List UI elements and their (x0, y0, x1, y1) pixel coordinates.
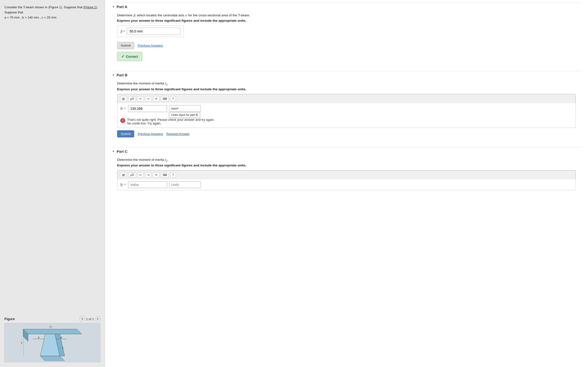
part-b-instruction: Determine the moment of inertia Ix. (117, 82, 576, 86)
part-c-body: Determine the moment of inertia Iy. Expr… (112, 155, 581, 198)
part-b-value-input[interactable] (128, 105, 167, 112)
part-b-math-toolbar: ⊞ μÅ ↩ ↪ ↺ ⌨ (117, 94, 576, 103)
part-b-error: ! That's not quite right. Please check y… (117, 116, 576, 128)
help-icon: ? (172, 97, 174, 101)
variables-text: Suppose that a = 70 mm , b = 140 mm , c … (4, 10, 57, 19)
part-b-request-answer-button[interactable]: Request Answer (166, 132, 190, 136)
part-c-keyboard-button[interactable]: ⌨ (161, 172, 169, 178)
part-a-triangle: ▼ (112, 5, 115, 8)
right-panel: ▼ Part A Determine ȳ, which locates the … (105, 0, 588, 367)
help-button[interactable]: ? (170, 96, 176, 102)
undo-icon: ↩ (139, 97, 142, 101)
part-c-help-button[interactable]: ? (170, 172, 176, 178)
part-a-input-container: ȳ = (117, 25, 184, 37)
part-a-button-row: Submit Previous Answers (117, 42, 576, 49)
part-c-units-input[interactable] (169, 181, 201, 188)
part-a-section: ▼ Part A Determine ȳ, which locates the … (112, 0, 581, 66)
part-b-body: Determine the moment of inertia Ix. Expr… (112, 79, 581, 142)
part-a-previous-answers-button[interactable]: Previous Answers (138, 44, 163, 47)
svg-text:y: y (51, 325, 52, 328)
part-a-body: Determine ȳ, which locates the centroida… (112, 11, 581, 66)
figure-header: Figure < 1 of 1 > (4, 316, 100, 322)
part-c-matrix-icon: ⊞ (122, 173, 125, 177)
part-a-header[interactable]: ▼ Part A (112, 2, 581, 11)
part-a-instruction: Determine ȳ, which locates the centroida… (117, 13, 576, 17)
part-c-redo-button[interactable]: ↪ (145, 172, 152, 178)
part-c-section: ▼ Part C Determine the moment of inertia… (112, 145, 581, 198)
part-b-math-container: ⊞ μÅ ↩ ↪ ↺ ⌨ (117, 94, 576, 128)
variable-values: a = 70 mm , b = 140 mm , c = 20 mm (4, 16, 57, 19)
refresh-icon: ↺ (155, 97, 157, 101)
part-a-submit-button[interactable]: Submit (117, 42, 134, 49)
left-panel: Consider the T-beam shown in (Figure 1).… (0, 0, 105, 367)
svg-marker-0 (23, 329, 82, 334)
figure-prev-button[interactable]: < (80, 316, 85, 322)
mu-button[interactable]: μÅ (128, 96, 136, 102)
part-b-input-label: Ix = (120, 107, 126, 111)
correct-label: Correct (126, 55, 138, 59)
keyboard-icon: ⌨ (163, 97, 167, 101)
part-c-keyboard-icon: ⌨ (163, 173, 167, 177)
problem-statement: Consider the T-beam shown in (Figure 1).… (4, 5, 82, 9)
matrix-icon: ⊞ (122, 97, 125, 101)
part-c-label: Part C (117, 149, 127, 153)
part-a-instruction-bold: Express your answer to three significant… (117, 19, 576, 22)
error-icon: ! (120, 118, 125, 123)
part-c-header[interactable]: ▼ Part C (112, 147, 581, 155)
part-b-label: Part B (117, 73, 127, 77)
figure-title: Figure (4, 317, 15, 321)
part-c-refresh-icon: ↺ (155, 173, 157, 177)
error-detail: No credit lost. Try again. (127, 122, 161, 125)
redo-button[interactable]: ↪ (145, 96, 152, 102)
tbeam-diagram: a a c y ȳ (9, 324, 96, 361)
part-a-answer-label: ȳ = (120, 29, 125, 33)
keyboard-button[interactable]: ⌨ (161, 96, 169, 102)
figure-image: a a c y ȳ (4, 323, 100, 362)
part-c-instruction-bold: Express your answer to three significant… (117, 163, 576, 167)
part-c-redo-icon: ↪ (147, 173, 150, 177)
problem-text: Consider the T-beam shown in (Figure 1).… (4, 5, 100, 20)
svg-text:c: c (62, 346, 64, 349)
mu-label: μÅ (130, 97, 134, 101)
part-c-matrix-button[interactable]: ⊞ (120, 172, 127, 178)
part-b-submit-button[interactable]: Submit (117, 130, 134, 137)
figure-section: Figure < 1 of 1 > (4, 316, 100, 362)
error-text: That's not quite right. Please check you… (127, 118, 215, 125)
part-c-refresh-button[interactable]: ↺ (153, 172, 159, 178)
svg-text:ȳ: ȳ (20, 341, 23, 345)
part-b-units-input[interactable] (169, 105, 201, 112)
part-c-input-row: Iy = (117, 179, 576, 190)
part-a-label: Part A (117, 5, 127, 9)
svg-text:a: a (38, 335, 40, 339)
part-b-units-container: Units input for part B (169, 105, 201, 112)
part-b-input-row: Ix = Units input for part B (117, 103, 576, 114)
part-b-triangle: ▼ (112, 74, 115, 76)
svg-text:a: a (61, 335, 62, 339)
error-message: That's not quite right. Please check you… (127, 118, 215, 122)
part-c-help-icon: ? (172, 173, 174, 177)
svg-marker-4 (40, 356, 65, 361)
part-a-answer-input[interactable] (127, 28, 181, 35)
figure-nav: < 1 of 1 > (80, 316, 100, 322)
part-c-mu-label: μÅ (130, 173, 134, 177)
part-c-undo-button[interactable]: ↩ (137, 172, 144, 178)
redo-icon: ↪ (147, 97, 150, 101)
matrix-button[interactable]: ⊞ (120, 96, 127, 102)
undo-button[interactable]: ↩ (137, 96, 144, 102)
figure-next-button[interactable]: > (95, 316, 100, 322)
refresh-button[interactable]: ↺ (153, 96, 159, 102)
figure-link[interactable]: (Figure 1) (83, 5, 97, 9)
part-b-instruction-bold: Express your answer to three significant… (117, 87, 576, 91)
part-c-math-toolbar: ⊞ μÅ ↩ ↪ ↺ ⌨ (117, 170, 576, 179)
checkmark-icon: ✓ (121, 54, 124, 59)
part-c-undo-icon: ↩ (139, 173, 142, 177)
part-c-mu-button[interactable]: μÅ (128, 172, 136, 178)
part-b-previous-answers-button[interactable]: Previous Answers (138, 132, 163, 136)
units-tooltip: Units input for part B (169, 112, 200, 118)
part-a-correct-badge: ✓ Correct (117, 52, 142, 61)
part-c-triangle: ▼ (112, 150, 115, 153)
part-b-section: ▼ Part B Determine the moment of inertia… (112, 68, 581, 142)
part-c-value-input[interactable] (128, 181, 167, 188)
part-c-math-container: ⊞ μÅ ↩ ↪ ↺ ⌨ (117, 170, 576, 190)
part-b-header[interactable]: ▼ Part B (112, 71, 581, 79)
